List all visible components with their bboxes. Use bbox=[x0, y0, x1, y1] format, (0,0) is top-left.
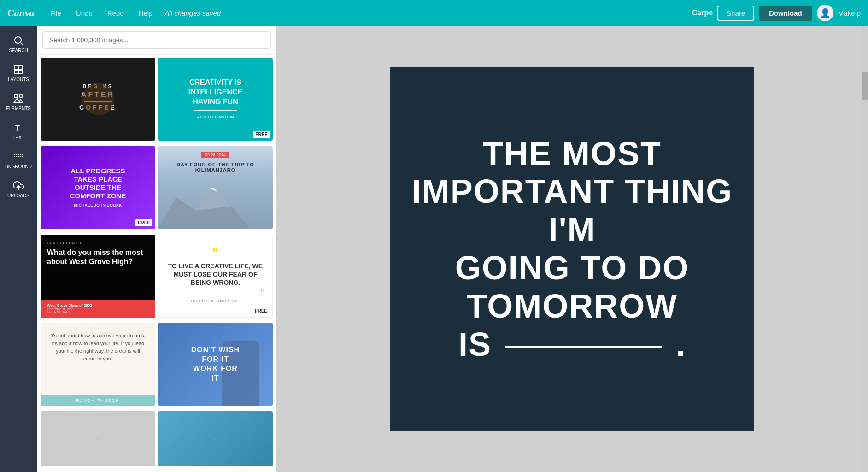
layouts-icon bbox=[13, 64, 24, 75]
svg-marker-9 bbox=[19, 100, 23, 102]
canvas-line4: TOMORROW bbox=[409, 287, 736, 325]
sidebar: SEARCH LAYOUTS ELEMENTS T TEXT bbox=[0, 26, 37, 472]
background-icon bbox=[13, 151, 24, 162]
search-box bbox=[37, 26, 276, 55]
elements-icon bbox=[13, 93, 24, 104]
autosave-status: All changes saved bbox=[164, 9, 682, 17]
svg-rect-6 bbox=[14, 94, 18, 98]
template-creativity[interactable]: CREATIVITY IS INTELLIGENCE HAVING FUN AL… bbox=[158, 58, 273, 141]
template-coffee[interactable]: BEGINS AFTER COFFEE bbox=[41, 58, 155, 141]
canvas-text-block: THE MOST IMPORTANT THING I'M GOING TO DO… bbox=[390, 116, 754, 382]
search-icon bbox=[13, 35, 24, 46]
svg-point-7 bbox=[19, 94, 23, 98]
badge-free-t6: FREE bbox=[252, 307, 270, 314]
svg-rect-5 bbox=[19, 70, 23, 74]
sidebar-item-elements[interactable]: ELEMENTS bbox=[0, 88, 37, 116]
svg-point-0 bbox=[15, 37, 21, 43]
share-button[interactable]: Share bbox=[717, 6, 754, 21]
canva-logo[interactable]: Canva bbox=[7, 7, 35, 19]
make-plus-button[interactable]: Make p bbox=[838, 9, 861, 17]
template-partial-bottom-left[interactable]: ··· bbox=[41, 411, 155, 466]
svg-rect-3 bbox=[19, 65, 23, 69]
menu-undo[interactable]: Undo bbox=[73, 7, 95, 19]
template-dont-wish[interactable]: DON'T WISH FOR IT WORK FOR IT bbox=[158, 323, 273, 406]
search-input[interactable] bbox=[42, 31, 271, 49]
menu-redo[interactable]: Redo bbox=[105, 7, 127, 19]
top-nav: Canva File Undo Redo Help All changes sa… bbox=[0, 0, 868, 26]
sidebar-item-text[interactable]: T TEXT bbox=[0, 118, 37, 145]
nav-right-section: Carpe Share Download 👤 Make p bbox=[692, 5, 861, 21]
svg-line-1 bbox=[21, 43, 23, 46]
download-button[interactable]: Download bbox=[759, 6, 812, 21]
template-achieve-dreams[interactable]: It's not about how to achieve your dream… bbox=[41, 323, 155, 406]
canvas-card[interactable]: THE MOST IMPORTANT THING I'M GOING TO DO… bbox=[390, 67, 754, 431]
canvas-line5: IS . bbox=[409, 325, 736, 364]
vertical-scrollbar[interactable] bbox=[862, 26, 868, 472]
main-layout: SEARCH LAYOUTS ELEMENTS T TEXT bbox=[0, 26, 868, 472]
canvas-line2: IMPORTANT THING I'M bbox=[409, 172, 736, 249]
badge-free-t2: FREE bbox=[253, 131, 270, 138]
menu-file[interactable]: File bbox=[47, 7, 64, 19]
menu-help[interactable]: Help bbox=[136, 7, 156, 19]
badge-free-t3: FREE bbox=[135, 219, 152, 226]
template-kilimanjaro[interactable]: 09.28.2014 DAY FOUR OF THE TRIP TOKILIMA… bbox=[158, 146, 273, 229]
sidebar-item-layouts[interactable]: LAYOUTS bbox=[0, 59, 37, 87]
svg-rect-2 bbox=[14, 65, 18, 69]
panel: BEGINS AFTER COFFEE CREATIVITY IS INTELL… bbox=[37, 26, 276, 472]
template-progress[interactable]: ALL PROGRESS TAKES PLACE OUTSIDE THE COM… bbox=[41, 146, 155, 229]
sidebar-item-search[interactable]: SEARCH bbox=[0, 30, 37, 58]
sidebar-item-uploads[interactable]: UPLOADS bbox=[0, 176, 37, 203]
canvas-line1: THE MOST bbox=[409, 135, 736, 173]
avatar[interactable]: 👤 bbox=[817, 5, 833, 21]
svg-rect-4 bbox=[14, 70, 18, 74]
template-westgrove[interactable]: CLASS REUNION What do you miss the most … bbox=[41, 235, 155, 318]
text-icon: T bbox=[13, 122, 24, 133]
canvas-line3: GOING TO DO bbox=[409, 249, 736, 287]
svg-text:T: T bbox=[15, 124, 20, 133]
template-partial-bottom-right[interactable]: ··· bbox=[158, 411, 273, 466]
mountain-svg bbox=[158, 183, 250, 229]
blank-underline bbox=[505, 346, 662, 348]
scrollbar-thumb[interactable] bbox=[862, 72, 868, 100]
sidebar-item-background[interactable]: BKGROUND bbox=[0, 147, 37, 174]
canvas-area[interactable]: THE MOST IMPORTANT THING I'M GOING TO DO… bbox=[276, 26, 868, 472]
templates-grid: BEGINS AFTER COFFEE CREATIVITY IS INTELL… bbox=[37, 55, 276, 472]
project-name[interactable]: Carpe bbox=[692, 9, 713, 17]
uploads-icon bbox=[13, 180, 24, 191]
template-creative-life[interactable]: " TO LIVE A CREATIVE LIFE, WE MUST LOSE … bbox=[158, 235, 273, 318]
